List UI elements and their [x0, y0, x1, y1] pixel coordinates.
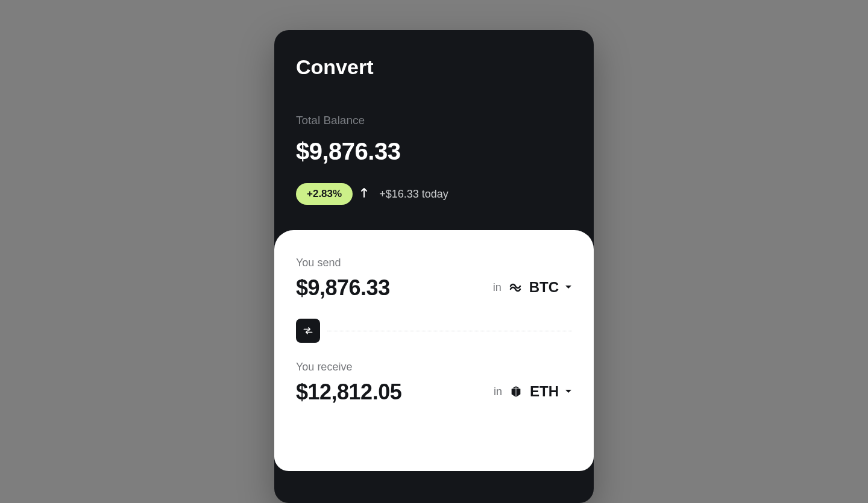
header-section: Convert Total Balance $9,876.33 +2.83% +…	[274, 30, 594, 230]
convert-form-section: You send $9,876.33 in BTC	[274, 230, 594, 471]
balance-label: Total Balance	[296, 114, 572, 127]
balance-change-row: +2.83% +$16.33 today	[296, 183, 572, 205]
receive-label: You receive	[296, 361, 401, 373]
balance-amount: $9,876.33	[296, 138, 572, 165]
page-title: Convert	[296, 55, 572, 79]
arrow-up-icon	[361, 188, 367, 201]
swap-divider-row	[296, 319, 572, 343]
caret-down-icon	[565, 283, 572, 292]
receive-row: You receive $12,812.05 in ETH	[296, 361, 572, 405]
receive-amount[interactable]: $12,812.05	[296, 380, 401, 405]
send-currency-name: BTC	[529, 279, 559, 296]
caret-down-icon	[565, 387, 572, 396]
receive-currency-selector[interactable]: in ETH	[494, 383, 572, 405]
send-amount[interactable]: $9,876.33	[296, 275, 390, 301]
send-label: You send	[296, 257, 390, 269]
send-in-label: in	[493, 281, 502, 294]
btc-icon	[508, 280, 523, 295]
receive-in-label: in	[494, 386, 502, 398]
send-row: You send $9,876.33 in BTC	[296, 257, 572, 301]
change-percent-badge: +2.83%	[296, 183, 353, 205]
send-field: You send $9,876.33	[296, 257, 390, 301]
receive-field: You receive $12,812.05	[296, 361, 401, 405]
change-today-text: +$16.33 today	[379, 188, 448, 201]
eth-icon	[508, 384, 524, 399]
receive-currency-name: ETH	[530, 383, 559, 400]
swap-button[interactable]	[296, 319, 320, 343]
divider-line	[327, 331, 572, 331]
send-currency-selector[interactable]: in BTC	[493, 279, 572, 301]
convert-card: Convert Total Balance $9,876.33 +2.83% +…	[274, 30, 594, 503]
